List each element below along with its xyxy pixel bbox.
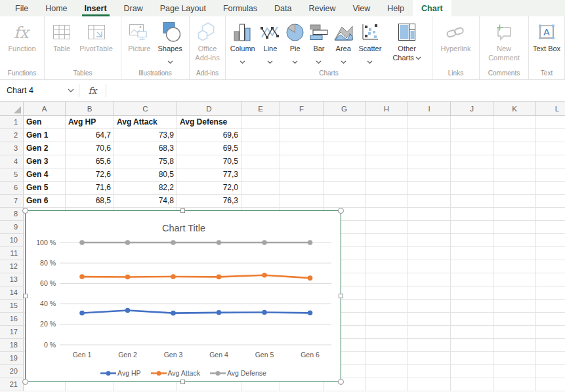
series-avg-attack-line[interactable] <box>82 275 310 278</box>
cell-A1[interactable]: Gen <box>24 116 66 129</box>
cell-F1[interactable] <box>280 116 324 129</box>
row-header-3[interactable]: 3 <box>0 142 24 155</box>
chart-object[interactable]: Chart Title0 %20 %40 %60 %80 %100 %Gen 1… <box>25 210 341 382</box>
cell-E5[interactable] <box>241 168 280 182</box>
cell-A4[interactable]: Gen 3 <box>24 155 66 168</box>
cell-J3[interactable] <box>451 142 493 155</box>
cell-J10[interactable] <box>451 234 493 247</box>
cell-E3[interactable] <box>241 142 280 155</box>
tab-help[interactable]: Help <box>379 0 413 16</box>
cell-K11[interactable] <box>493 247 536 260</box>
cell-G3[interactable] <box>324 142 366 155</box>
row-header-16[interactable]: 16 <box>0 313 24 326</box>
row-header-12[interactable]: 12 <box>0 260 24 273</box>
cell-L19[interactable] <box>536 352 565 365</box>
cell-J15[interactable] <box>451 300 493 313</box>
cell-H13[interactable] <box>366 273 408 286</box>
cell-K2[interactable] <box>493 129 536 142</box>
cell-J21[interactable] <box>451 378 493 391</box>
cell-H18[interactable] <box>366 339 408 352</box>
legend-item-avg-attack[interactable]: Avg Attack <box>150 369 200 377</box>
series-avg-hp-line[interactable] <box>82 310 310 313</box>
cell-I15[interactable] <box>408 300 451 313</box>
chart-resize-handle-sw[interactable] <box>22 379 28 385</box>
cell-K7[interactable] <box>493 195 536 208</box>
cell-J11[interactable] <box>451 247 493 260</box>
cell-L10[interactable] <box>536 234 565 247</box>
cell-I1[interactable] <box>408 116 451 129</box>
cell-I12[interactable] <box>408 260 451 273</box>
cell-J5[interactable] <box>451 168 493 182</box>
cell-I20[interactable] <box>408 365 451 378</box>
ribbon-button-area[interactable]: Area <box>333 20 354 67</box>
cell-J18[interactable] <box>451 339 493 352</box>
row-header-2[interactable]: 2 <box>0 129 24 142</box>
cell-E6[interactable] <box>241 182 280 195</box>
tab-file[interactable]: File <box>7 0 37 16</box>
cell-H7[interactable] <box>366 195 408 208</box>
ribbon-button-line[interactable]: Line <box>259 20 281 67</box>
cell-F7[interactable] <box>280 195 324 208</box>
cell-F4[interactable] <box>280 155 324 168</box>
cell-I18[interactable] <box>408 339 451 352</box>
row-header-8[interactable]: 8 <box>0 208 24 221</box>
cell-C3[interactable]: 68,3 <box>114 142 177 155</box>
cell-J12[interactable] <box>451 260 493 273</box>
cell-I11[interactable] <box>408 247 451 260</box>
cell-H15[interactable] <box>366 300 408 313</box>
cell-D3[interactable]: 69,5 <box>177 142 241 155</box>
tab-page-layout[interactable]: Page Layout <box>152 0 215 16</box>
cell-L21[interactable] <box>536 378 565 391</box>
chart-resize-handle-ne[interactable] <box>338 208 344 214</box>
cell-H8[interactable] <box>366 208 408 221</box>
cell-L15[interactable] <box>536 300 565 313</box>
cell-L9[interactable] <box>536 221 565 234</box>
cell-K14[interactable] <box>493 286 536 300</box>
row-header-7[interactable]: 7 <box>0 195 24 208</box>
cell-K17[interactable] <box>493 326 536 339</box>
cell-F5[interactable] <box>280 168 324 182</box>
cell-K10[interactable] <box>493 234 536 247</box>
cell-G5[interactable] <box>324 168 366 182</box>
ribbon-button-column[interactable]: Column <box>230 20 256 67</box>
cell-K9[interactable] <box>493 221 536 234</box>
tab-insert[interactable]: Insert <box>76 0 115 16</box>
cell-K15[interactable] <box>493 300 536 313</box>
cell-K20[interactable] <box>493 365 536 378</box>
insert-function-button[interactable]: fx <box>79 85 106 96</box>
row-header-19[interactable]: 19 <box>0 352 24 365</box>
column-header-J[interactable]: J <box>451 102 493 116</box>
row-header-10[interactable]: 10 <box>0 234 24 247</box>
cell-J6[interactable] <box>451 182 493 195</box>
cell-L14[interactable] <box>536 286 565 300</box>
cell-L3[interactable] <box>536 142 565 155</box>
cell-E7[interactable] <box>241 195 280 208</box>
tab-review[interactable]: Review <box>300 0 344 16</box>
ribbon-button-shapes[interactable]: Shapes <box>157 20 183 67</box>
cell-K5[interactable] <box>493 168 536 182</box>
legend-item-avg-defense[interactable]: Avg Defense <box>209 369 266 377</box>
column-header-A[interactable]: A <box>24 102 66 116</box>
cell-L11[interactable] <box>536 247 565 260</box>
tab-data[interactable]: Data <box>266 0 300 16</box>
cell-I5[interactable] <box>408 168 451 182</box>
row-header-5[interactable]: 5 <box>0 168 24 182</box>
row-header-1[interactable]: 1 <box>0 116 24 129</box>
cell-J16[interactable] <box>451 313 493 326</box>
tab-formulas[interactable]: Formulas <box>215 0 266 16</box>
cell-B1[interactable]: Avg HP <box>66 116 114 129</box>
cell-L12[interactable] <box>536 260 565 273</box>
cell-C7[interactable]: 74,8 <box>114 195 177 208</box>
cell-B4[interactable]: 65,6 <box>66 155 114 168</box>
cell-K18[interactable] <box>493 339 536 352</box>
cell-J17[interactable] <box>451 326 493 339</box>
cell-H11[interactable] <box>366 247 408 260</box>
row-header-17[interactable]: 17 <box>0 326 24 339</box>
column-header-H[interactable]: H <box>366 102 408 116</box>
cell-H17[interactable] <box>366 326 408 339</box>
cell-D6[interactable]: 72,0 <box>177 182 241 195</box>
row-header-9[interactable]: 9 <box>0 221 24 234</box>
column-header-L[interactable]: L <box>536 102 565 116</box>
cell-I2[interactable] <box>408 129 451 142</box>
cell-L8[interactable] <box>536 208 565 221</box>
